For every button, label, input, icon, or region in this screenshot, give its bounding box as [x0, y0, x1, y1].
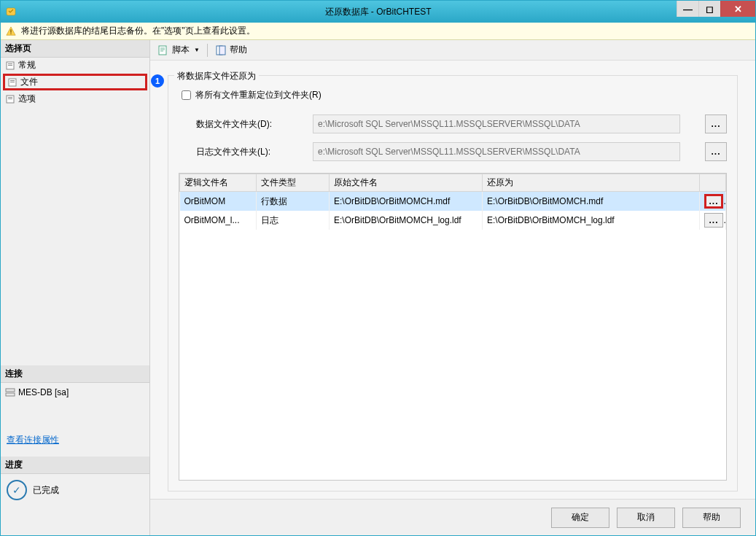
page-files[interactable]: 文件 1	[3, 74, 147, 90]
svg-rect-2	[10, 33, 11, 34]
table-row[interactable]: OrBitMOM_l... 日志 E:\OrBitDB\OrBitMOMCH_l…	[180, 211, 726, 230]
dialog-window: 还原数据库 - OrBitCHTEST — ◻ ✕ 将进行源数据库的结尾日志备份…	[0, 0, 756, 536]
window-controls: — ◻ ✕	[677, 1, 755, 17]
page-icon	[5, 61, 15, 71]
connection-value-row: MES-DB [sa]	[1, 383, 149, 402]
cell-logical: OrBitMOM	[180, 192, 257, 211]
svg-rect-16	[219, 46, 225, 55]
cell-type: 日志	[257, 211, 330, 230]
content-pane: 脚本 ▼ 帮助 将数据库文件还原为 将所有文件重新定位到文件夹(R)	[150, 40, 755, 535]
dropdown-arrow-icon: ▼	[194, 47, 200, 53]
cancel-button[interactable]: 取消	[617, 508, 675, 528]
app-icon	[5, 6, 17, 18]
progress-check-icon: ✓	[7, 480, 27, 500]
log-folder-input: e:\Microsoft SQL Server\MSSQL11.MSSQLSER…	[313, 142, 680, 161]
dialog-footer: 确定 取消 帮助	[150, 499, 755, 535]
toolbar-separator	[207, 44, 208, 57]
svg-rect-4	[8, 63, 12, 64]
data-folder-label: 数据文件文件夹(D):	[196, 118, 305, 131]
script-icon	[157, 44, 169, 56]
content-toolbar: 脚本 ▼ 帮助	[150, 40, 755, 61]
page-list: 常规 文件 1 选项	[1, 58, 149, 106]
svg-rect-13	[6, 393, 15, 396]
progress-row: ✓ 已完成	[1, 474, 149, 506]
restore-files-group: 将数据库文件还原为 将所有文件重新定位到文件夹(R) 数据文件文件夹(D): e…	[168, 75, 738, 492]
page-general[interactable]: 常规	[1, 58, 149, 73]
progress-header: 进度	[1, 457, 149, 474]
svg-rect-1	[10, 29, 11, 32]
dialog-body: 选择页 常规 文件 1 选项 连接 MES	[1, 40, 755, 535]
log-folder-row: 日志文件文件夹(L): e:\Microsoft SQL Server\MSSQ…	[196, 142, 727, 161]
svg-rect-5	[8, 65, 12, 66]
log-folder-label: 日志文件文件夹(L):	[196, 146, 305, 158]
data-folder-row: 数据文件文件夹(D): e:\Microsoft SQL Server\MSSQ…	[196, 114, 727, 133]
cell-browse: ...	[700, 211, 726, 230]
col-type[interactable]: 文件类型	[257, 174, 330, 192]
ok-button[interactable]: 确定	[551, 508, 609, 528]
svg-rect-10	[8, 97, 12, 98]
annotation-1: 1	[151, 74, 164, 88]
cell-type: 行数据	[257, 192, 330, 211]
warning-icon	[5, 26, 17, 37]
group-title: 将数据库文件还原为	[174, 70, 259, 82]
svg-rect-11	[8, 98, 12, 99]
cell-orig: E:\OrBitDB\OrBitMOMCH_log.ldf	[330, 211, 483, 230]
page-label: 常规	[18, 59, 36, 71]
col-btn	[700, 174, 726, 192]
svg-rect-8	[10, 82, 15, 82]
script-label: 脚本	[172, 44, 190, 56]
relocate-checkbox[interactable]	[182, 90, 191, 100]
server-icon	[5, 387, 15, 397]
connection-header: 连接	[1, 365, 149, 383]
select-page-header: 选择页	[1, 40, 149, 58]
warning-text: 将进行源数据库的结尾日志备份。在"选项"页上查看此设置。	[21, 25, 255, 37]
progress-status: 已完成	[33, 484, 59, 497]
page-options[interactable]: 选项	[1, 91, 149, 106]
cell-logical: OrBitMOM_l...	[180, 211, 257, 230]
view-connection-props-link[interactable]: 查看连接属性	[1, 431, 65, 449]
page-label: 文件	[20, 76, 38, 88]
warning-bar: 将进行源数据库的结尾日志备份。在"选项"页上查看此设置。	[1, 23, 755, 40]
table-header-row: 逻辑文件名 文件类型 原始文件名 还原为	[180, 174, 726, 192]
help-button[interactable]: 帮助	[212, 42, 250, 58]
cell-restore[interactable]: E:\OrBitDB\OrBitMOMCH_log.ldf	[483, 211, 700, 230]
minimize-button[interactable]: —	[677, 1, 698, 17]
help-icon	[215, 44, 227, 56]
row-browse-button[interactable]: ...	[704, 213, 723, 228]
files-table: 逻辑文件名 文件类型 原始文件名 还原为 OrBitMOM	[179, 174, 726, 230]
data-folder-browse-button[interactable]: ...	[705, 114, 727, 133]
main-panel: 将数据库文件还原为 将所有文件重新定位到文件夹(R) 数据文件文件夹(D): e…	[150, 61, 755, 499]
col-orig[interactable]: 原始文件名	[330, 174, 483, 192]
cell-orig: E:\OrBitDB\OrBitMOMCH.mdf	[330, 192, 483, 211]
script-button[interactable]: 脚本 ▼	[155, 42, 203, 58]
log-folder-browse-button[interactable]: ...	[705, 142, 727, 161]
page-icon	[5, 94, 15, 104]
page-label: 选项	[18, 93, 36, 105]
col-restore[interactable]: 还原为	[483, 174, 700, 192]
cell-browse: ... 2	[700, 192, 726, 211]
maximize-button[interactable]: ◻	[698, 1, 720, 17]
files-grid: 逻辑文件名 文件类型 原始文件名 还原为 OrBitMOM	[179, 173, 727, 481]
data-folder-input: e:\Microsoft SQL Server\MSSQL11.MSSQLSER…	[313, 114, 680, 133]
page-icon	[7, 77, 17, 88]
relocate-checkbox-row: 将所有文件重新定位到文件夹(R)	[182, 89, 727, 101]
title-bar: 还原数据库 - OrBitCHTEST — ◻ ✕	[1, 1, 755, 23]
table-row[interactable]: OrBitMOM 行数据 E:\OrBitDB\OrBitMOMCH.mdf E…	[180, 192, 726, 211]
cell-restore[interactable]: E:\OrBitDB\OrBitMOMCH.mdf	[483, 192, 700, 211]
window-title: 还原数据库 - OrBitCHTEST	[325, 6, 432, 18]
svg-rect-14	[159, 46, 166, 55]
help-button[interactable]: 帮助	[682, 508, 741, 528]
svg-rect-12	[6, 389, 15, 392]
col-logical[interactable]: 逻辑文件名	[180, 174, 257, 192]
help-label: 帮助	[230, 44, 247, 56]
sidebar: 选择页 常规 文件 1 选项 连接 MES	[1, 40, 150, 535]
svg-rect-7	[10, 80, 15, 81]
connection-value: MES-DB [sa]	[18, 387, 69, 397]
relocate-label: 将所有文件重新定位到文件夹(R)	[195, 89, 322, 101]
close-button[interactable]: ✕	[720, 1, 755, 17]
row-browse-button[interactable]: ...	[704, 194, 723, 209]
